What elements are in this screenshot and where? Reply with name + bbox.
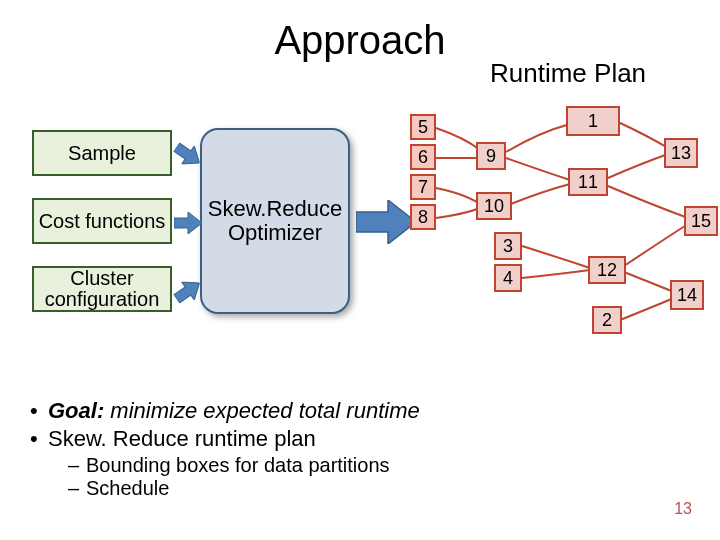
sub-schedule: Schedule — [68, 477, 420, 500]
node-2: 2 — [592, 306, 622, 334]
svg-marker-3 — [356, 200, 416, 244]
bullet-plan: Skew. Reduce runtime plan — [30, 426, 420, 452]
runtime-plan-tree: 5 6 7 8 9 10 3 4 1 11 12 2 13 15 14 — [410, 108, 710, 328]
arrow-cost-to-optimizer — [174, 212, 202, 234]
subtitle-runtime-plan: Runtime Plan — [490, 58, 646, 89]
sub-bounding-boxes: Bounding boxes for data partitions — [68, 454, 420, 477]
leaf-8: 8 — [410, 204, 436, 230]
node-4: 4 — [494, 264, 522, 292]
sub-bullets: Bounding boxes for data partitions Sched… — [68, 454, 420, 500]
goal-label: Goal: — [48, 398, 104, 423]
page-title: Approach — [0, 18, 720, 63]
node-14: 14 — [670, 280, 704, 310]
node-3: 3 — [494, 232, 522, 260]
node-12: 12 — [588, 256, 626, 284]
leaf-7: 7 — [410, 174, 436, 200]
page-number: 13 — [674, 500, 692, 518]
arrow-optimizer-to-plan — [356, 200, 416, 244]
node-9: 9 — [476, 142, 506, 170]
bullet-goal: Goal: minimize expected total runtime — [30, 398, 420, 424]
node-10: 10 — [476, 192, 512, 220]
node-1: 1 — [566, 106, 620, 136]
box-cost-functions: Cost functions — [32, 198, 172, 244]
box-cluster-config: Cluster configuration — [32, 266, 172, 312]
node-15: 15 — [684, 206, 718, 236]
svg-marker-1 — [174, 212, 202, 234]
node-13: 13 — [664, 138, 698, 168]
box-optimizer: Skew.Reduce Optimizer — [200, 128, 350, 314]
optimizer-label: Skew.Reduce Optimizer — [202, 197, 348, 245]
bullets: Goal: minimize expected total runtime Sk… — [30, 398, 420, 500]
leaf-6: 6 — [410, 144, 436, 170]
box-sample: Sample — [32, 130, 172, 176]
goal-text: minimize expected total runtime — [104, 398, 419, 423]
leaf-5: 5 — [410, 114, 436, 140]
node-11: 11 — [568, 168, 608, 196]
